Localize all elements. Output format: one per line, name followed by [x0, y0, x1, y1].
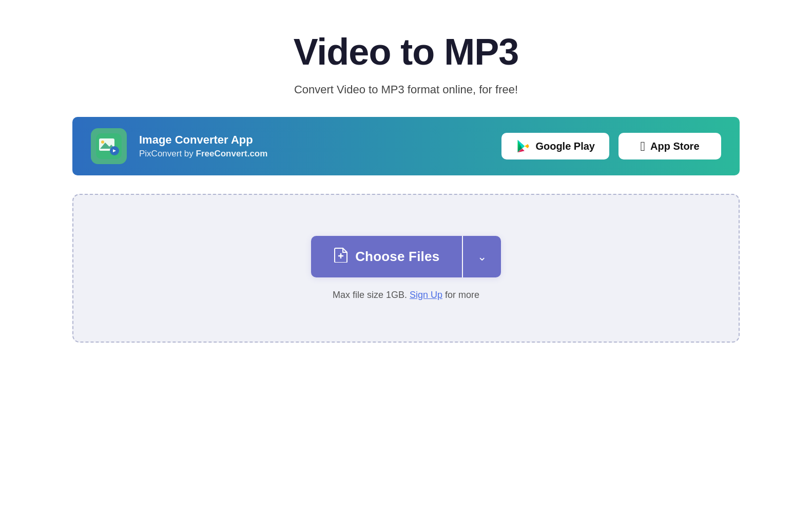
banner-app-sub: PixConvert by FreeConvert.com: [139, 149, 501, 159]
app-icon: [91, 128, 127, 164]
google-play-label: Google Play: [535, 141, 595, 152]
dropdown-chevron-button[interactable]: ⌄: [463, 236, 501, 277]
file-limit-info: Max file size 1GB. Sign Up for more: [333, 290, 479, 301]
choose-files-button[interactable]: Choose Files: [311, 236, 462, 277]
choose-files-group: Choose Files ⌄: [311, 236, 501, 277]
file-limit-prefix: Max file size 1GB.: [333, 290, 407, 300]
store-buttons: Google Play  App Store: [501, 133, 721, 159]
banner-app-brand: FreeConvert.com: [196, 149, 268, 158]
page-title: Video to MP3: [294, 31, 519, 73]
drop-zone[interactable]: Choose Files ⌄ Max file size 1GB. Sign U…: [72, 194, 740, 343]
file-limit-suffix: for more: [445, 290, 479, 300]
banner-app-name: Image Converter App: [139, 133, 501, 147]
banner-text: Image Converter App PixConvert by FreeCo…: [139, 133, 501, 159]
app-store-label: App Store: [650, 141, 700, 152]
file-plus-svg: [334, 247, 348, 263]
file-add-icon: [334, 247, 348, 266]
promo-banner: Image Converter App PixConvert by FreeCo…: [72, 117, 740, 175]
page-subtitle: Convert Video to MP3 format online, for …: [294, 83, 518, 96]
choose-files-label: Choose Files: [355, 249, 439, 265]
banner-app-sub-prefix: PixConvert by: [139, 149, 196, 158]
google-play-icon: [516, 139, 530, 153]
chevron-down-icon: ⌄: [477, 250, 487, 264]
signup-link[interactable]: Sign Up: [410, 290, 442, 300]
app-store-button[interactable]:  App Store: [618, 133, 721, 159]
apple-icon: : [640, 139, 645, 153]
google-play-button[interactable]: Google Play: [501, 133, 609, 159]
svg-point-2: [101, 141, 104, 144]
